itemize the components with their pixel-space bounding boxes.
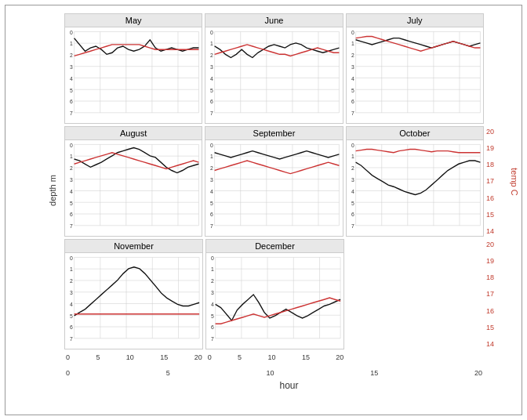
x-tick-15-r3: 15 xyxy=(160,353,168,368)
panel-july: July 01234567 xyxy=(346,13,484,124)
panel-title-december: December xyxy=(206,240,343,253)
svg-text:7: 7 xyxy=(70,335,73,343)
x-label-r1-20: 20 xyxy=(474,369,482,377)
panel-title-august: August xyxy=(65,127,202,140)
svg-text:0: 0 xyxy=(211,254,214,262)
panel-title-june: June xyxy=(205,14,342,27)
chart-svg-august: 01234567 xyxy=(65,141,202,236)
svg-text:5: 5 xyxy=(210,86,213,94)
svg-text:7: 7 xyxy=(211,335,214,343)
svg-text:4: 4 xyxy=(210,74,213,82)
panel-december: December 01234567 xyxy=(205,239,344,349)
svg-text:3: 3 xyxy=(70,176,73,184)
svg-text:6: 6 xyxy=(70,324,73,331)
svg-text:2: 2 xyxy=(210,165,213,172)
x-tick-20-r3b: 20 xyxy=(336,353,343,368)
chart-svg-november: 01234567 xyxy=(65,254,202,349)
x-tick-15-r3b: 15 xyxy=(302,353,310,368)
svg-text:1: 1 xyxy=(70,153,73,161)
chart-svg-december: 01234567 xyxy=(206,254,343,349)
svg-text:6: 6 xyxy=(211,324,214,331)
svg-text:3: 3 xyxy=(210,176,213,184)
svg-text:0: 0 xyxy=(210,28,213,36)
svg-text:6: 6 xyxy=(210,211,213,219)
right-axis-label-20: 20 xyxy=(486,128,514,136)
panel-title-july: July xyxy=(347,14,483,27)
panel-november: November 01234567 xyxy=(64,239,203,349)
svg-text:3: 3 xyxy=(70,63,73,71)
panel-june: June 01234567 xyxy=(205,13,343,124)
right-axis-label-15: 15 xyxy=(486,211,514,219)
x-tick-0-r3b: 0 xyxy=(208,353,212,368)
x-label-r1-10: 10 xyxy=(266,369,274,377)
chart-svg-october: 01234567 xyxy=(347,141,483,236)
panel-title-september: September xyxy=(205,127,342,140)
chart-container: depth m May 01234567 June 01234567 July … xyxy=(5,5,522,415)
svg-text:2: 2 xyxy=(210,52,213,60)
x-label-r1-5: 5 xyxy=(166,369,170,377)
svg-text:3: 3 xyxy=(351,63,354,71)
chart-svg-june: 01234567 xyxy=(205,28,342,123)
svg-text:2: 2 xyxy=(351,52,354,60)
svg-text:6: 6 xyxy=(70,98,73,106)
chart-svg-may: 01234567 xyxy=(65,28,202,123)
svg-text:7: 7 xyxy=(210,110,213,118)
panel-september: September 01234567 xyxy=(205,126,343,237)
svg-text:1: 1 xyxy=(351,153,354,161)
svg-text:1: 1 xyxy=(70,266,73,273)
svg-text:3: 3 xyxy=(351,176,354,184)
panel-title-october: October xyxy=(347,127,483,140)
svg-text:2: 2 xyxy=(211,277,214,285)
right-axis-label-18-r3: 18 xyxy=(486,273,514,281)
svg-text:6: 6 xyxy=(70,211,73,219)
svg-text:0: 0 xyxy=(210,141,213,149)
svg-text:4: 4 xyxy=(351,74,354,82)
panel-august: August 01234567 xyxy=(64,126,202,237)
svg-text:0: 0 xyxy=(351,28,354,36)
svg-text:5: 5 xyxy=(70,199,73,207)
right-axis-label-14: 14 xyxy=(486,227,514,235)
svg-text:2: 2 xyxy=(70,277,73,285)
panel-empty xyxy=(347,239,484,349)
svg-text:2: 2 xyxy=(70,165,73,172)
chart-svg-september: 01234567 xyxy=(205,141,342,236)
temp-c-label: temp C xyxy=(509,168,518,195)
svg-text:0: 0 xyxy=(70,141,73,149)
panel-may: May 01234567 xyxy=(64,13,202,124)
x-tick-5-r3b: 5 xyxy=(238,353,242,368)
svg-text:4: 4 xyxy=(210,187,213,195)
svg-text:7: 7 xyxy=(351,110,354,118)
x-label-r1-15: 15 xyxy=(370,369,378,377)
svg-text:5: 5 xyxy=(70,86,73,94)
x-tick-10-r3b: 10 xyxy=(267,353,275,368)
svg-text:5: 5 xyxy=(70,312,73,320)
svg-text:1: 1 xyxy=(211,266,214,273)
x-axis-label: hour xyxy=(41,380,514,391)
svg-text:1: 1 xyxy=(210,40,213,48)
svg-text:7: 7 xyxy=(70,223,73,230)
x-tick-0-r3: 0 xyxy=(66,353,70,368)
right-axis-label-14-r3: 14 xyxy=(486,340,514,348)
svg-text:1: 1 xyxy=(351,40,354,48)
svg-text:4: 4 xyxy=(211,300,214,308)
chart-svg-july: 01234567 xyxy=(347,28,483,123)
svg-text:4: 4 xyxy=(70,300,73,308)
svg-text:4: 4 xyxy=(351,187,354,195)
svg-text:4: 4 xyxy=(70,74,73,82)
svg-text:7: 7 xyxy=(70,110,73,118)
y-axis-left-label: depth m xyxy=(48,175,57,206)
panel-title-may: May xyxy=(65,14,202,27)
right-axis-label-19: 19 xyxy=(486,144,514,152)
svg-text:6: 6 xyxy=(351,98,354,106)
svg-text:7: 7 xyxy=(351,223,354,230)
svg-text:5: 5 xyxy=(351,86,354,94)
svg-text:2: 2 xyxy=(70,52,73,60)
right-axis-label-16-r3: 16 xyxy=(486,307,514,315)
svg-text:5: 5 xyxy=(211,312,214,320)
panel-october: October 01234567 xyxy=(346,126,484,237)
right-axis-label-20-r3: 20 xyxy=(486,241,514,248)
svg-text:0: 0 xyxy=(70,28,73,36)
right-axis-label-17-r3: 17 xyxy=(486,290,514,298)
svg-text:3: 3 xyxy=(70,289,73,297)
svg-text:1: 1 xyxy=(210,153,213,161)
